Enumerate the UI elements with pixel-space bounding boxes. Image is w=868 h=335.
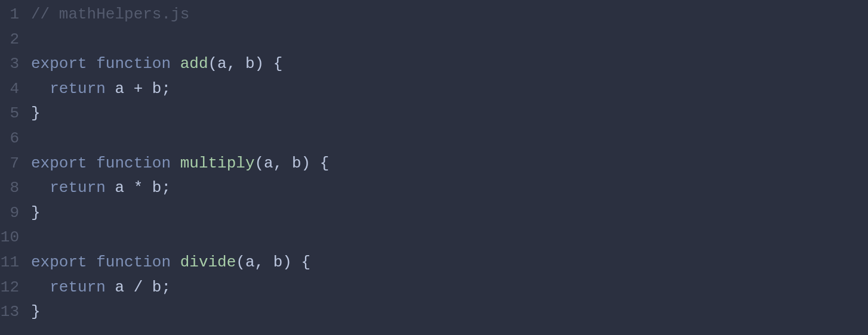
token-punctuation: ) { (282, 250, 310, 275)
token-plain (31, 77, 50, 102)
token-punctuation: } (31, 201, 41, 226)
token-plain (87, 151, 97, 176)
line-content[interactable]: export function add(a, b) { (31, 52, 868, 77)
token-plain (31, 275, 50, 300)
token-punctuation: } (31, 101, 41, 126)
line-number: 2 (0, 27, 31, 52)
line-number: 12 (0, 275, 31, 300)
token-plain: b (143, 176, 161, 201)
token-keyword: export (31, 151, 87, 176)
token-keyword: export (31, 250, 87, 275)
code-line[interactable]: 8 return a * b; (0, 176, 868, 201)
code-line[interactable]: 11export function divide(a, b) { (0, 250, 868, 275)
line-number: 1 (0, 2, 31, 27)
token-param: a (264, 151, 273, 176)
line-number: 9 (0, 201, 31, 226)
token-comment: // mathHelpers.js (31, 2, 189, 27)
token-operator: * (134, 176, 143, 201)
token-plain (171, 250, 180, 275)
token-punctuation: ) { (301, 151, 330, 176)
token-param: a (245, 250, 255, 275)
code-editor[interactable]: 1// mathHelpers.js23export function add(… (0, 2, 868, 325)
token-punctuation: ; (161, 275, 171, 300)
code-line[interactable]: 9} (0, 201, 868, 226)
token-punctuation: ) { (255, 52, 283, 77)
line-number: 13 (0, 300, 31, 325)
token-function-name: multiply (180, 151, 255, 176)
token-keyword: return (50, 275, 106, 300)
token-plain: a (106, 176, 134, 201)
token-keyword: function (96, 151, 171, 176)
line-number: 10 (0, 225, 31, 250)
token-punctuation: ( (255, 151, 264, 176)
token-punctuation: , (227, 52, 245, 77)
token-punctuation: ; (161, 176, 171, 201)
token-param: a (217, 52, 227, 77)
line-number: 5 (0, 101, 31, 126)
token-punctuation: ( (208, 52, 217, 77)
code-line[interactable]: 6 (0, 126, 868, 151)
token-plain: b (143, 77, 161, 102)
line-content[interactable]: // mathHelpers.js (31, 2, 868, 27)
line-number: 7 (0, 151, 31, 176)
token-keyword: return (50, 176, 106, 201)
token-plain (87, 250, 97, 275)
line-content[interactable]: } (31, 101, 868, 126)
line-content[interactable]: return a + b; (31, 77, 868, 102)
line-content[interactable]: return a * b; (31, 176, 868, 201)
line-content[interactable]: export function divide(a, b) { (31, 250, 868, 275)
token-keyword: function (96, 250, 171, 275)
token-plain: b (143, 275, 161, 300)
line-content[interactable]: } (31, 300, 868, 325)
token-keyword: function (96, 52, 171, 77)
line-number: 6 (0, 126, 31, 151)
token-operator: + (134, 77, 143, 102)
token-keyword: return (50, 77, 106, 102)
token-plain (171, 151, 180, 176)
token-function-name: divide (180, 250, 236, 275)
token-punctuation: , (273, 151, 292, 176)
code-line[interactable]: 2 (0, 27, 868, 52)
token-function-name: add (180, 52, 208, 77)
code-line[interactable]: 12 return a / b; (0, 275, 868, 300)
token-plain: a (106, 77, 134, 102)
code-line[interactable]: 4 return a + b; (0, 77, 868, 102)
line-number: 8 (0, 176, 31, 201)
token-param: b (273, 250, 283, 275)
token-punctuation: } (31, 300, 41, 325)
token-param: b (292, 151, 301, 176)
line-content[interactable]: export function multiply(a, b) { (31, 151, 868, 176)
token-keyword: export (31, 52, 87, 77)
line-number: 3 (0, 52, 31, 77)
line-number: 4 (0, 77, 31, 102)
line-content[interactable]: return a / b; (31, 275, 868, 300)
line-number: 11 (0, 250, 31, 275)
token-param: b (245, 52, 255, 77)
token-plain: a (106, 275, 134, 300)
token-punctuation: ; (161, 77, 171, 102)
code-line[interactable]: 1// mathHelpers.js (0, 2, 868, 27)
line-content[interactable]: } (31, 201, 868, 226)
token-operator: / (134, 275, 143, 300)
token-plain (171, 52, 180, 77)
code-line[interactable]: 10 (0, 225, 868, 250)
token-punctuation: , (255, 250, 273, 275)
token-plain (87, 52, 97, 77)
token-punctuation: ( (236, 250, 245, 275)
code-line[interactable]: 13} (0, 300, 868, 325)
code-line[interactable]: 3export function add(a, b) { (0, 52, 868, 77)
code-line[interactable]: 5} (0, 101, 868, 126)
code-line[interactable]: 7export function multiply(a, b) { (0, 151, 868, 176)
token-plain (31, 176, 50, 201)
